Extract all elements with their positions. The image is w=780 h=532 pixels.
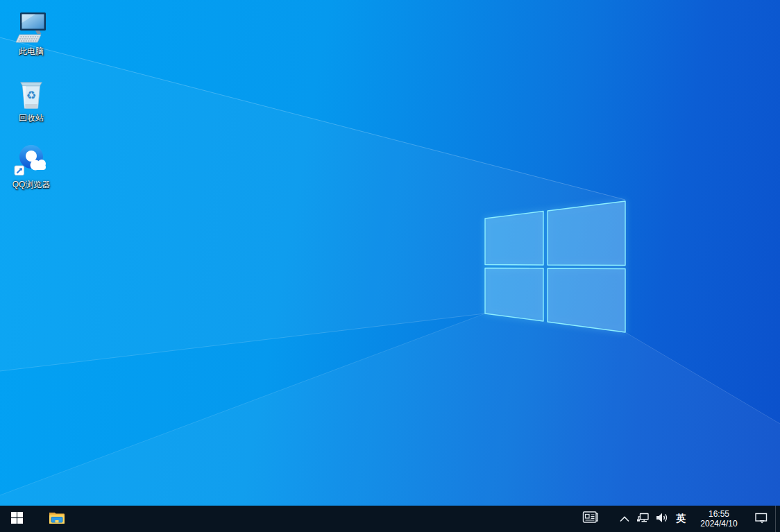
this-pc-icon [15, 7, 48, 44]
start-button[interactable] [0, 506, 33, 532]
desktop-icon-this-pc[interactable]: 此电脑 [4, 7, 58, 56]
chevron-up-icon [620, 513, 629, 525]
action-center-icon [754, 512, 768, 526]
desktop-icon-label: 此电脑 [19, 46, 44, 56]
taskbar: 英 16:55 2024/4/10 [0, 506, 780, 532]
news-widget-button[interactable] [577, 506, 604, 532]
volume-icon [656, 512, 668, 526]
start-icon [11, 512, 23, 526]
volume-button[interactable] [652, 506, 671, 532]
wallpaper-light-beams [0, 0, 780, 506]
action-center-button[interactable] [747, 506, 775, 532]
clock[interactable]: 16:55 2024/4/10 [690, 506, 747, 532]
clock-date: 2024/4/10 [700, 519, 737, 529]
network-button[interactable] [634, 506, 652, 532]
desktop-icon-label: 回收站 [19, 113, 44, 123]
news-icon [582, 510, 599, 527]
desktop-wallpaper: 此电脑 ♻︎ 回收站 [0, 0, 780, 506]
file-explorer-icon [48, 510, 66, 528]
recycle-bin-icon: ♻︎ [15, 74, 47, 111]
qq-browser-icon [13, 140, 49, 178]
desktop-icon-qq-browser[interactable]: QQ浏览器 [4, 140, 58, 189]
show-hidden-icons-button[interactable] [616, 506, 634, 532]
svg-text:♻︎: ♻︎ [26, 89, 37, 102]
clock-time: 16:55 [709, 509, 729, 519]
ime-language-label: 英 [676, 513, 686, 525]
file-explorer-button[interactable] [40, 506, 74, 532]
show-desktop-button[interactable] [775, 506, 780, 532]
network-icon [636, 512, 650, 526]
ime-language-button[interactable]: 英 [671, 506, 690, 532]
system-tray: 英 16:55 2024/4/10 [577, 506, 780, 532]
windows-logo [472, 186, 638, 345]
desktop-icon-label: QQ浏览器 [12, 180, 51, 189]
desktop-icon-recycle-bin[interactable]: ♻︎ 回收站 [4, 74, 58, 123]
